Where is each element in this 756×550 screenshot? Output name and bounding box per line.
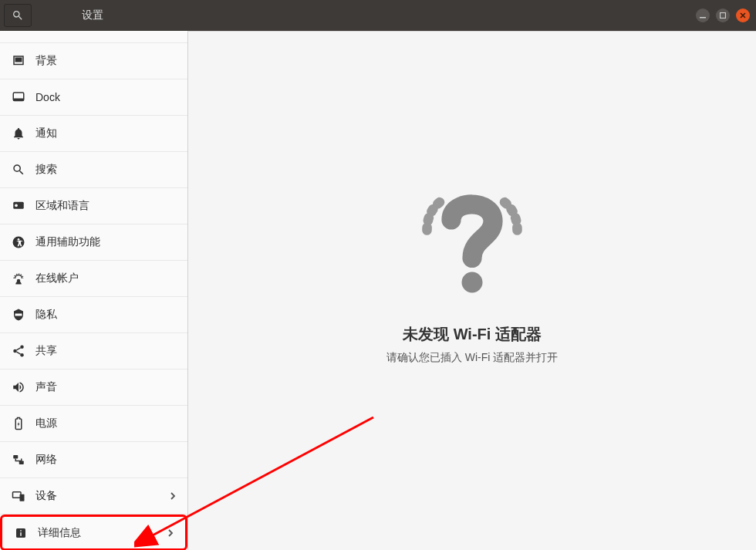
sound-icon bbox=[11, 380, 26, 395]
svg-point-21 bbox=[462, 272, 483, 292]
svg-rect-0 bbox=[700, 17, 706, 19]
background-icon bbox=[11, 53, 26, 69]
network-icon bbox=[11, 452, 26, 467]
svg-rect-17 bbox=[20, 494, 25, 501]
svg-rect-14 bbox=[13, 455, 18, 459]
power-icon bbox=[11, 416, 26, 431]
titlebar: 设置 bbox=[0, 0, 756, 31]
sidebar-item-label: 电源 bbox=[35, 417, 178, 430]
notifications-icon bbox=[11, 126, 26, 141]
close-icon bbox=[740, 12, 746, 19]
svg-point-6 bbox=[15, 204, 18, 207]
sidebar: 背景 Dock 通知 搜索 区域和语言 bbox=[0, 31, 188, 550]
privacy-icon bbox=[11, 307, 26, 322]
sidebar-item-label: 区域和语言 bbox=[35, 199, 178, 213]
main-container: 背景 Dock 通知 搜索 区域和语言 bbox=[0, 31, 756, 550]
sidebar-item-label: 详细信息 bbox=[38, 526, 165, 540]
sidebar-item-label: 声音 bbox=[35, 380, 178, 394]
sidebar-item-label: 背景 bbox=[35, 54, 178, 68]
sidebar-item-label: 网络 bbox=[35, 453, 178, 467]
question-mark-icon bbox=[403, 171, 542, 310]
svg-point-13 bbox=[20, 353, 24, 357]
sidebar-item-sound[interactable]: 声音 bbox=[0, 369, 187, 406]
placeholder-graphic: 未发现 Wi-Fi 适配器 请确认您已插入 Wi-Fi 适配器并打开 bbox=[386, 171, 558, 365]
chevron-right-icon bbox=[167, 491, 178, 501]
sidebar-item-background[interactable]: 背景 bbox=[0, 43, 187, 79]
dock-icon bbox=[11, 89, 26, 105]
content-area: 未发现 Wi-Fi 适配器 请确认您已插入 Wi-Fi 适配器并打开 bbox=[188, 31, 756, 550]
svg-point-12 bbox=[13, 349, 17, 353]
sidebar-item-label: 在线帐户 bbox=[35, 272, 178, 285]
online-accounts-icon bbox=[11, 271, 26, 286]
svg-rect-16 bbox=[13, 492, 22, 498]
maximize-button[interactable] bbox=[716, 8, 730, 22]
sub-message: 请确认您已插入 Wi-Fi 适配器并打开 bbox=[386, 351, 558, 365]
sidebar-item-privacy[interactable]: 隐私 bbox=[0, 297, 187, 333]
svg-rect-20 bbox=[20, 532, 22, 536]
maximize-icon bbox=[720, 12, 726, 19]
sidebar-item-label: 共享 bbox=[35, 344, 178, 358]
window-title: 设置 bbox=[39, 8, 147, 22]
main-message: 未发现 Wi-Fi 适配器 bbox=[403, 324, 542, 345]
sidebar-item-accessibility[interactable]: 通用辅助功能 bbox=[0, 224, 187, 261]
details-icon bbox=[13, 525, 29, 541]
sidebar-item-label: 通知 bbox=[35, 127, 178, 140]
sidebar-item-label: 设备 bbox=[35, 489, 167, 503]
minimize-button[interactable] bbox=[696, 8, 710, 22]
svg-point-11 bbox=[20, 346, 24, 349]
svg-point-8 bbox=[18, 238, 20, 241]
sidebar-item-devices[interactable]: 设备 bbox=[0, 478, 187, 515]
region-icon bbox=[11, 198, 26, 214]
chevron-right-icon bbox=[165, 528, 176, 538]
sidebar-item-label: 通用辅助功能 bbox=[35, 235, 178, 249]
close-button[interactable] bbox=[736, 8, 750, 22]
sidebar-item-power[interactable]: 电源 bbox=[0, 406, 187, 442]
search-button[interactable] bbox=[4, 4, 32, 27]
sidebar-item-search[interactable]: 搜索 bbox=[0, 152, 187, 188]
sidebar-item-label: 隐私 bbox=[35, 308, 178, 322]
sidebar-item-notifications[interactable]: 通知 bbox=[0, 116, 187, 152]
search-icon bbox=[12, 9, 24, 22]
sidebar-item-region[interactable]: 区域和语言 bbox=[0, 188, 187, 224]
svg-rect-19 bbox=[20, 530, 22, 531]
sidebar-item-network[interactable]: 网络 bbox=[0, 442, 187, 478]
sidebar-item-dock[interactable]: Dock bbox=[0, 79, 187, 116]
sidebar-item-online-accounts[interactable]: 在线帐户 bbox=[0, 261, 187, 297]
accessibility-icon bbox=[11, 235, 26, 250]
minimize-icon bbox=[700, 12, 706, 19]
window-controls bbox=[696, 8, 750, 22]
svg-rect-4 bbox=[13, 99, 24, 101]
sharing-icon bbox=[11, 343, 26, 359]
sidebar-item-details[interactable]: 详细信息 bbox=[0, 515, 187, 550]
sidebar-gap bbox=[0, 31, 187, 43]
sidebar-item-label: 搜索 bbox=[35, 163, 178, 177]
search-icon bbox=[11, 162, 26, 177]
sidebar-item-sharing[interactable]: 共享 bbox=[0, 333, 187, 369]
devices-icon bbox=[11, 488, 26, 504]
svg-rect-1 bbox=[721, 13, 726, 19]
svg-rect-10 bbox=[15, 314, 22, 316]
svg-rect-2 bbox=[15, 58, 22, 62]
sidebar-item-label: Dock bbox=[35, 91, 178, 103]
